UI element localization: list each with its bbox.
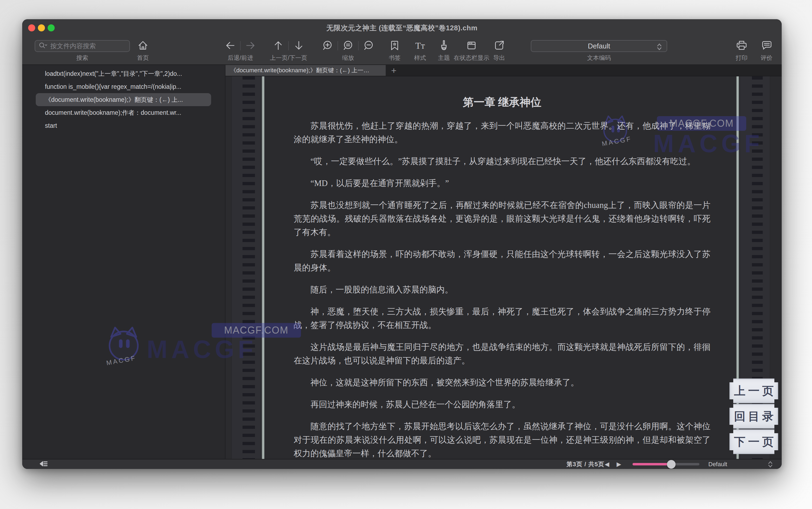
brush-icon (438, 39, 450, 53)
page-up-button[interactable] (272, 39, 284, 53)
home-group: 首页 (137, 38, 149, 62)
zoom-in-button[interactable] (321, 39, 334, 53)
status-next-page-button[interactable]: ▶ (616, 460, 621, 469)
search-input[interactable] (50, 42, 126, 50)
paragraph: 苏晨很忧伤，他赶上了穿越的热潮，穿越了，来到一个叫恶魔高校的二次元世界。还有，他… (294, 119, 710, 146)
home-icon (137, 39, 149, 53)
zoom-in-icon (321, 39, 334, 53)
search-results-sidebar: loadtxt(index)next("上一章","目录","下一章",2)do… (22, 65, 225, 459)
scroll-frame-left (232, 76, 261, 459)
window-panel-icon (465, 39, 478, 53)
paragraph: 这片战场是最后神与魔王同归于尽的地方，也是战争结束的地方。而这颗光球就是神战死后… (294, 340, 710, 367)
search-label: 搜索 (76, 54, 88, 62)
status-encoding-select[interactable] (767, 460, 774, 469)
page-down-button[interactable] (292, 39, 305, 53)
export-label: 导出 (493, 54, 505, 62)
toolbar-separator (358, 41, 359, 50)
chapter-title: 第一章 继承神位 (294, 96, 710, 109)
app-window: 无限次元之神主 (连载至“恶魔高校”卷128).chm 搜索 首页 (22, 19, 782, 469)
paragraph: 苏晨也没想到就一个通宵睡死了之后，再醒过来的时候就已经不在宿舍的chuang上了… (294, 199, 710, 239)
zoom-group: 缩放 (321, 38, 375, 62)
print-button[interactable] (735, 39, 748, 53)
chevron-up-down-icon (656, 42, 663, 51)
sidebar-item-selected[interactable]: 《document.write(bookname);》翻页键：(←) 上... (36, 93, 211, 106)
back-forward-group: 后退/前进 (224, 38, 257, 62)
theme-label: 主题 (438, 54, 450, 62)
text-encoding-label: 文本编码 (587, 54, 611, 62)
slider-knob[interactable] (667, 460, 676, 469)
prev-page-button[interactable]: 上一页 (730, 378, 778, 403)
arrow-down-icon (292, 39, 305, 53)
sidebar-item[interactable]: function is_mobile(){var regex_match=/(n… (36, 80, 211, 93)
bookmark-icon (388, 39, 401, 53)
style-label: 样式 (414, 54, 426, 62)
home-label: 首页 (137, 54, 149, 62)
new-tab-button[interactable]: + (386, 65, 402, 76)
export-button[interactable] (493, 39, 505, 53)
zoom-out-button[interactable] (362, 39, 375, 53)
back-to-toc-button[interactable]: 回目录 (730, 404, 778, 429)
text-style-icon: Tт (415, 41, 425, 50)
bookmark-group: 书签 (388, 38, 401, 62)
traffic-lights (28, 24, 55, 31)
tab-bar: 《document.write(bookname);》翻页键：(←) 上一… + (225, 65, 782, 76)
export-group: 导出 (493, 38, 505, 62)
zoom-actual-icon (342, 39, 354, 53)
theme-group: 主题 (438, 38, 450, 62)
toolbar: 搜索 首页 后退/前进 (22, 37, 782, 65)
theme-button[interactable] (438, 39, 450, 53)
close-button[interactable] (28, 24, 35, 31)
paragraph: 神位，这就是这神所留下的东西，被突然来到这个世界的苏晨给继承了。 (294, 376, 710, 389)
minimize-button[interactable] (38, 24, 45, 31)
paragraph: “哎，一定要做些什么。”苏晨摸了摸肚子，从穿越过来到现在已经快一天了，他还什么东… (294, 155, 710, 168)
export-icon (493, 39, 505, 53)
reader-content[interactable]: MACGF MACGF.COM MACGF 第一章 继承神位 苏晨很忧伤，他赶上… (225, 76, 782, 459)
collapse-sidebar-icon (38, 459, 49, 469)
prev-next-page-label: 上一页/下一页 (270, 54, 307, 62)
status-encoding-value: Default (708, 460, 727, 469)
page-progress-slider[interactable] (633, 460, 699, 469)
status-prev-page-button[interactable]: ◀ (605, 460, 609, 469)
paragraph: 随后，一股股的信息涌入苏晨的脑内。 (294, 283, 710, 297)
search-icon (38, 41, 48, 50)
zoom-label: 缩放 (342, 54, 354, 62)
collapse-sidebar-button[interactable] (38, 460, 49, 469)
reader-column: 《document.write(bookname);》翻页键：(←) 上一… +… (225, 65, 782, 459)
status-bar: 第3页 / 共5页 ◀ ▶ Default (22, 459, 782, 469)
printer-icon (735, 39, 748, 53)
zoom-out-icon (362, 39, 375, 53)
statusbar-toggle-label: 在状态栏显示 (454, 54, 489, 62)
review-label: 评价 (761, 54, 773, 62)
print-label: 打印 (736, 54, 748, 62)
text-encoding-select[interactable]: Default (531, 40, 667, 52)
sidebar-item[interactable]: document.write(bookname);作者：document.wr.… (36, 106, 211, 119)
home-button[interactable] (137, 39, 149, 53)
toolbar-separator (288, 41, 289, 50)
main-area: loadtxt(index)next("上一章","目录","下一章",2)do… (22, 65, 782, 459)
zoom-actual-button[interactable] (342, 39, 354, 53)
sidebar-item[interactable]: start (36, 119, 211, 132)
style-button[interactable]: Tт (415, 41, 425, 50)
bookmark-label: 书签 (389, 54, 400, 62)
back-button[interactable] (224, 39, 236, 53)
toolbar-separator (338, 41, 338, 50)
back-arrow-icon (224, 39, 236, 53)
next-page-button[interactable]: 下一页 (730, 430, 778, 454)
scroll-frame-left-line (262, 76, 264, 459)
search-field[interactable] (35, 40, 130, 52)
speech-bubble-icon (760, 39, 773, 53)
sidebar-item[interactable]: loadtxt(index)next("上一章","目录","下一章",2)do… (36, 67, 211, 80)
bookmark-button[interactable] (388, 39, 401, 53)
prev-next-page-group: 上一页/下一页 (270, 38, 307, 62)
forward-button[interactable] (244, 39, 257, 53)
paragraph: 神，恶魔，堕天使，三方大战，损失惨重，最后，神死了，魔王也死了，体会到战争之痛的… (294, 305, 710, 332)
style-group: Tт 样式 (414, 38, 426, 62)
title-bar[interactable]: 无限次元之神主 (连载至“恶魔高校”卷128).chm (22, 19, 782, 37)
statusbar-toggle-button[interactable] (465, 39, 478, 53)
paragraph: 再回过神来的时候，苏晨人已经在一个公园的角落里了。 (294, 398, 710, 411)
slider-track[interactable] (633, 463, 699, 466)
tab-active[interactable]: 《document.write(bookname);》翻页键：(←) 上一… (225, 65, 386, 76)
zoom-window-button[interactable] (48, 24, 55, 31)
review-button[interactable] (760, 39, 773, 53)
page-indicator: 第3页 / 共5页 (566, 460, 604, 469)
